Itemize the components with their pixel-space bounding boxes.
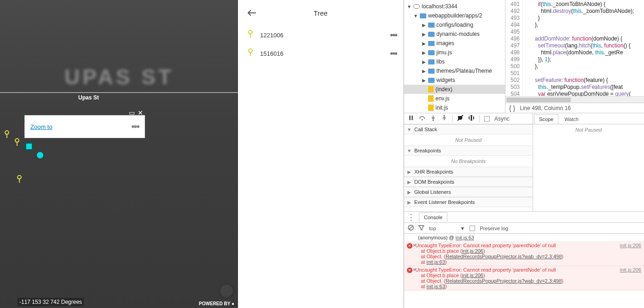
source-node[interactable]: ▶configs/loading [404, 20, 505, 29]
filter-icon[interactable] [418, 225, 424, 232]
clear-console-icon[interactable] [408, 225, 414, 232]
svg-line-10 [409, 226, 412, 229]
disclosure-triangle-icon[interactable]: ▶ [422, 41, 426, 46]
preserve-log-checkbox[interactable] [470, 226, 475, 231]
source-node[interactable]: env.js [404, 94, 505, 103]
step-over-icon[interactable] [419, 115, 425, 122]
console-line: (anonymous) @ init.js:63 [404, 234, 644, 242]
deactivate-breakpoints-icon[interactable] [457, 115, 464, 122]
source-link[interactable]: init.js:63 [456, 235, 474, 240]
source-node[interactable]: ▶widgets [404, 76, 505, 85]
source-link[interactable]: RelatedRecordsPopupProjector.js?wab_dv=2… [446, 254, 562, 259]
source-node[interactable]: ▼webappbuilder/apps/2 [404, 11, 505, 20]
disclosure-triangle-icon[interactable]: ▼ [407, 127, 412, 132]
list-item[interactable]: 1221006••• [238, 26, 403, 44]
list-item-label: 1516016 [260, 50, 383, 57]
disclosure-triangle-icon[interactable]: ▶ [422, 59, 426, 64]
source-link[interactable]: init.js:206 [620, 243, 641, 248]
basemap [0, 0, 238, 308]
disclosure-triangle-icon[interactable]: ▼ [407, 148, 412, 153]
source-node[interactable]: (index) [404, 85, 505, 94]
panel-title: Global Listeners [414, 189, 451, 195]
source-node[interactable]: ▶themes/PlateauTheme [404, 66, 505, 76]
sources-domain[interactable]: ▼ localhost:3344 [404, 2, 505, 11]
list-item[interactable]: 1516016••• [238, 44, 403, 63]
disclosure-triangle-icon[interactable]: ▼ [407, 4, 412, 9]
map-pane[interactable]: UPAS ST Upas St ▭ ✕ Zoom to ••• POWERED … [0, 0, 238, 308]
tree-marker-icon[interactable] [14, 138, 20, 145]
attribution-button[interactable] [219, 283, 234, 299]
popup-actions-icon[interactable]: ••• [131, 121, 139, 133]
disclosure-triangle-icon[interactable]: ▶ [413, 243, 417, 247]
scrollbar-thumb[interactable] [506, 98, 571, 102]
console-output[interactable]: (anonymous) @ init.js:63✕▶init.js:206Unc… [404, 234, 644, 308]
tree-marker-icon[interactable] [4, 130, 10, 137]
pause-icon[interactable] [408, 115, 414, 122]
source-node[interactable]: ▶dynamic-modules [404, 29, 505, 39]
svg-rect-0 [409, 116, 411, 120]
row-actions-icon[interactable]: ••• [390, 48, 397, 59]
step-into-icon[interactable] [430, 115, 436, 122]
console-menu-icon[interactable]: ⋮ [407, 214, 415, 221]
disclosure-triangle-icon[interactable]: ▶ [407, 169, 412, 174]
tab-scope[interactable]: Scope [534, 114, 558, 124]
folder-icon [428, 32, 435, 37]
cursor-position: Line 498, Column 16 [520, 105, 571, 111]
zoom-to-link[interactable]: Zoom to [30, 123, 52, 130]
disclosure-triangle-icon[interactable]: ▶ [422, 78, 426, 83]
source-link[interactable]: init.js:63 [426, 259, 445, 265]
async-checkbox[interactable] [484, 116, 490, 122]
panel-message: No Breakpoints [404, 156, 533, 167]
tab-watch[interactable]: Watch [559, 114, 584, 124]
sources-tree[interactable]: ▼ localhost:3344 ▼webappbuilder/apps/2▶c… [404, 0, 505, 113]
disclosure-triangle-icon[interactable]: ▶ [407, 190, 412, 195]
disclosure-triangle-icon[interactable]: ▶ [407, 200, 412, 205]
folder-icon [428, 78, 435, 83]
source-link[interactable]: init.js:63 [426, 284, 445, 289]
disclosure-triangle-icon[interactable]: ▶ [407, 180, 412, 185]
debug-panel-header[interactable]: ▶DOM Breakpoints [404, 177, 533, 187]
disclosure-triangle-icon[interactable]: ▶ [422, 69, 426, 74]
disclosure-triangle-icon[interactable]: ▶ [413, 267, 417, 272]
disclosure-triangle-icon[interactable]: ▶ [422, 23, 426, 28]
step-out-icon[interactable] [441, 115, 447, 122]
pretty-print-icon[interactable]: { } [509, 105, 515, 112]
source-node-label: images [436, 40, 454, 46]
back-arrow-icon[interactable] [247, 8, 256, 17]
map-popup: Zoom to ••• [24, 115, 145, 138]
debug-panel-header[interactable]: ▼Call Stack [404, 124, 533, 134]
selected-feature-marker[interactable] [25, 143, 33, 150]
feature-marker[interactable] [37, 152, 43, 158]
debug-panel-header[interactable]: ▶XHR Breakpoints [404, 167, 533, 177]
row-actions-icon[interactable]: ••• [390, 30, 397, 41]
source-link[interactable]: RelatedRecordsPopupProjector.js?wab_dv=2… [446, 278, 562, 284]
svg-rect-1 [412, 116, 413, 120]
folder-icon [428, 23, 435, 28]
tab-console[interactable]: Console [419, 212, 447, 222]
domain-label: localhost:3344 [422, 3, 457, 10]
file-icon [428, 86, 434, 93]
disclosure-triangle-icon[interactable]: ▶ [422, 50, 426, 55]
source-node[interactable]: ▶jimu.js [404, 48, 505, 57]
code-status-bar: { } Line 498, Column 16 [505, 103, 644, 113]
tree-marker-icon[interactable] [16, 175, 23, 181]
source-node[interactable]: ▶libs [404, 57, 505, 66]
source-node[interactable]: ▶images [404, 39, 505, 48]
pause-on-exceptions-icon[interactable] [468, 115, 475, 122]
debug-panel-header[interactable]: ▶Global Listeners [404, 187, 533, 197]
panel-title: DOM Breakpoints [414, 179, 454, 185]
disclosure-triangle-icon[interactable]: ▼ [413, 13, 418, 18]
debug-panel-header[interactable]: ▼Breakpoints [404, 145, 533, 156]
source-link[interactable]: init.js:206 [462, 248, 483, 254]
async-label: Async [494, 116, 510, 122]
code-source[interactable]: if(this._zoomToBtnANode) { html.destroy(… [523, 0, 644, 96]
disclosure-triangle-icon[interactable]: ▶ [422, 32, 426, 37]
source-link[interactable]: init.js:206 [462, 273, 483, 278]
debug-panel-header[interactable]: ▶Event Listener Breakpoints [404, 197, 533, 207]
powered-by-label: POWERED BY ● [199, 301, 234, 306]
horizontal-scrollbar[interactable] [505, 96, 644, 103]
source-node[interactable]: init.js [404, 103, 505, 112]
code-editor[interactable]: 491 492 493 494 495 496 497 498 499 500 … [505, 0, 644, 113]
source-link[interactable]: init.js:206 [620, 267, 641, 273]
context-selector[interactable]: top ▼ [429, 226, 465, 231]
